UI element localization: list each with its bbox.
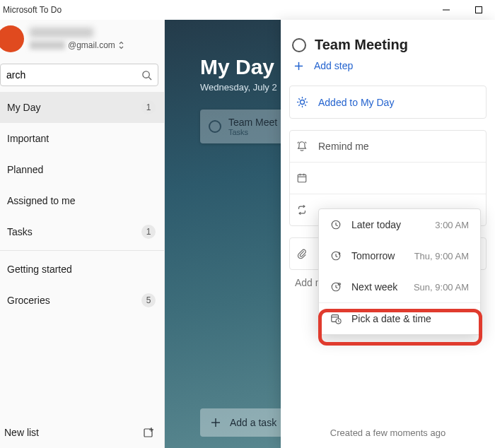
option-label: Pick a date & time [351, 313, 431, 324]
task-header: Team Meeting [281, 20, 495, 53]
svg-rect-22 [298, 175, 306, 182]
option-label: Next week [351, 281, 397, 293]
add-task-label: Add a task [230, 417, 276, 428]
svg-line-20 [298, 142, 299, 143]
account-name [30, 28, 93, 37]
nav-tasks[interactable]: Tasks 1 [0, 216, 164, 247]
nav-label: Important [7, 133, 156, 144]
created-label: Created a few moments ago [281, 418, 495, 448]
sidebar: @gmail.com My Day 1 Important Planned [0, 20, 165, 448]
nav-label: Getting started [7, 264, 156, 275]
add-step-label: Add step [314, 60, 353, 71]
app-title: Microsoft To Do [3, 5, 62, 15]
account-header[interactable]: @gmail.com [0, 20, 164, 61]
svg-point-2 [143, 71, 149, 77]
reminder-tomorrow[interactable]: Tomorrow Thu, 9:00 AM [319, 240, 480, 271]
add-step-button[interactable]: Add step [281, 53, 495, 80]
reminder-later-today[interactable]: Later today 3:00 AM [319, 209, 480, 240]
search-input[interactable] [6, 69, 141, 81]
svg-line-18 [298, 105, 300, 106]
remind-me-button[interactable]: Remind me [290, 131, 486, 162]
calendar-clock-icon [330, 313, 342, 324]
reminder-pick-date[interactable]: Pick a date & time [319, 302, 480, 334]
reminder-next-week[interactable]: Next week Sun, 9:00 AM [319, 271, 480, 302]
count-badge: 1 [141, 225, 156, 239]
remind-label: Remind me [318, 141, 369, 152]
count-badge: 5 [141, 293, 156, 307]
svg-line-16 [298, 98, 300, 100]
minimize-button[interactable] [430, 0, 462, 20]
window-controls [430, 0, 495, 20]
divider [0, 250, 164, 251]
chevron-updown-icon [118, 41, 124, 49]
repeat-icon [296, 204, 308, 216]
new-group-icon[interactable] [143, 426, 156, 439]
avatar [0, 25, 24, 52]
task-subtitle: Tasks [228, 128, 277, 136]
nav-assigned[interactable]: Assigned to me [0, 185, 164, 216]
svg-point-11 [300, 100, 304, 104]
nav-important[interactable]: Important [0, 123, 164, 154]
nav-planned[interactable]: Planned [0, 154, 164, 185]
svg-line-17 [305, 105, 306, 106]
svg-rect-4 [144, 429, 152, 437]
maximize-button[interactable] [462, 0, 495, 20]
due-date-button[interactable] [290, 162, 486, 194]
nav-label: Groceries [7, 295, 141, 306]
option-time: Sun, 9:00 AM [414, 282, 469, 293]
svg-line-21 [305, 142, 306, 143]
new-list-label: New list [4, 427, 143, 438]
detail-title[interactable]: Team Meeting [315, 37, 408, 53]
nav-list: My Day 1 Important Planned Assigned to m… [0, 92, 164, 316]
nav-label: Tasks [7, 226, 141, 237]
title-bar: Microsoft To Do [0, 0, 495, 20]
reminder-popup: Later today 3:00 AM Tomorrow Thu, 9:00 A… [318, 208, 481, 335]
option-label: Later today [351, 219, 401, 230]
complete-checkbox[interactable] [292, 38, 306, 52]
paperclip-icon [296, 248, 308, 259]
my-day-toggle[interactable]: Added to My Day [290, 86, 486, 118]
search-box[interactable] [0, 64, 158, 86]
nav-my-day[interactable]: My Day 1 [0, 92, 164, 123]
my-day-label: Added to My Day [318, 97, 394, 108]
list-groceries[interactable]: Groceries 5 [0, 285, 164, 316]
search-icon [141, 70, 152, 81]
clock-double-forward-icon [330, 281, 342, 293]
new-list-button[interactable]: New list [0, 417, 164, 448]
task-title: Team Meet [228, 117, 277, 128]
plus-icon [210, 417, 221, 428]
bell-icon [296, 141, 308, 152]
complete-checkbox[interactable] [209, 120, 221, 133]
option-label: Tomorrow [351, 250, 395, 261]
account-email: @gmail.com [30, 40, 124, 50]
list-getting-started[interactable]: Getting started [0, 254, 164, 285]
option-time: 3:00 AM [435, 220, 469, 230]
svg-line-19 [305, 98, 306, 100]
svg-rect-1 [476, 7, 482, 13]
nav-label: My Day [7, 102, 141, 113]
option-time: Thu, 9:00 AM [414, 251, 469, 261]
svg-line-3 [148, 77, 151, 80]
nav-label: Planned [7, 164, 156, 175]
clock-later-icon [330, 219, 342, 230]
clock-forward-icon [330, 250, 342, 261]
calendar-icon [296, 172, 308, 184]
plus-icon [293, 61, 304, 71]
nav-label: Assigned to me [7, 195, 156, 206]
count-badge: 1 [141, 100, 156, 114]
sun-icon [296, 96, 308, 108]
